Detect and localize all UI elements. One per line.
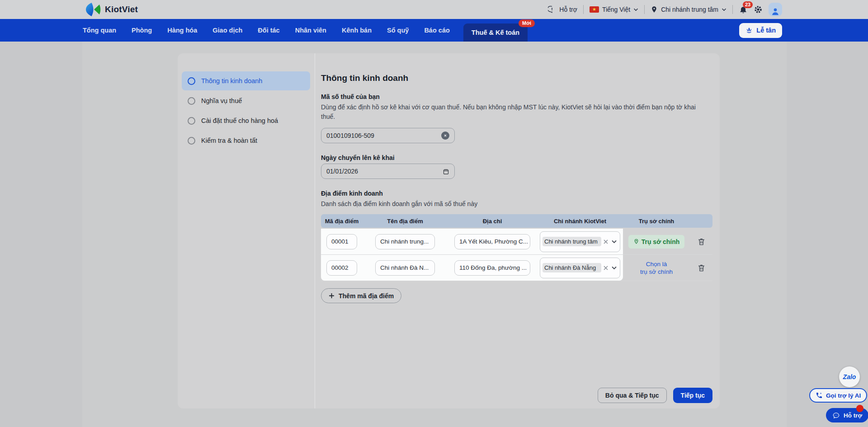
col-header-hq: Trụ sở chính [623,218,690,225]
step-circle-icon [188,97,195,105]
col-header-branch: Chi nhánh KiotViet [537,218,623,225]
locations-label: Địa điểm kinh doanh [321,190,712,197]
clear-branch-icon[interactable] [603,265,609,271]
location-address-input[interactable]: 1A Yết Kiêu, Phường C... [454,234,530,249]
chevron-down-icon[interactable] [610,266,617,270]
location-name-input[interactable]: Chi nhánh Đà N... [375,260,435,276]
nav-item-tong-quan[interactable]: Tổng quan [83,27,116,34]
nav-item-hang-hoa[interactable]: Hàng hóa [167,27,197,34]
language-label: Tiếng Việt [602,6,630,13]
page-title: Thông tin kinh doanh [321,73,712,83]
plus-icon [329,293,335,299]
lotus-icon [745,27,753,34]
selected-branch: Chi nhánh trung tâm [542,237,601,246]
tax-code-value: 0100109106-509 [326,132,374,139]
location-code-input[interactable]: 00001 [326,234,357,249]
ai-assistant-label: Gọi trợ lý AI [826,392,861,399]
content-area: Thông tin kinh doanh Nghĩa vụ thuế Cài đ… [82,42,787,427]
set-headquarters-link[interactable]: Chọn là trụ sở chính [640,260,673,276]
step-label: Kiểm tra & hoàn tất [201,137,257,144]
user-avatar[interactable] [769,3,782,16]
chevron-down-icon [722,8,726,11]
continue-button[interactable]: Tiếp tục [673,388,712,403]
nav-item-kenh-ban[interactable]: Kênh bán [342,27,372,34]
clear-tax-code-button[interactable] [441,131,449,140]
divider [583,5,584,14]
step-business-info[interactable]: Thông tin kinh doanh [182,71,310,90]
branch-select[interactable]: Chi nhánh trung tâm [540,231,620,252]
declare-date-label: Ngày chuyển lên kê khai [321,154,712,161]
step-tax-obligation[interactable]: Nghĩa vụ thuế [182,91,310,110]
gear-icon [754,5,763,14]
kiotviet-logo[interactable]: KiotViet [86,3,138,16]
branch-selector[interactable]: Chi nhánh trung tâm [651,6,726,13]
location-name-input[interactable]: Chi nhánh trung... [375,234,435,249]
location-code-input[interactable]: 00002 [326,260,357,276]
divider [732,5,733,14]
col-header-address: Địa chỉ [448,218,537,225]
delete-location-button[interactable] [696,263,707,273]
nav-tab-label: Thuế & Kế toán [472,29,519,36]
brand-name: KiotViet [105,5,138,14]
step-circle-icon [188,117,195,125]
settings-button[interactable] [754,5,763,14]
nav-items: Tổng quan Phòng Hàng hóa Giao dịch Đối t… [83,19,450,42]
hq-badge-label: Trụ sở chính [642,238,680,245]
notifications-button[interactable]: 23 [739,5,748,14]
zalo-logo: Zalo [843,373,856,380]
calendar-button[interactable] [443,168,449,175]
help-bubble-icon [548,5,556,14]
support-chat-label: Hỗ trợ [844,412,862,419]
branch-select[interactable]: Chi nhánh Đà Nẵng [540,258,620,278]
close-icon [444,134,447,137]
skip-continue-button[interactable]: Bỏ qua & Tiếp tục [598,388,667,403]
tax-code-label: Mã số thuế của bạn [321,93,712,100]
table-body: 00001 Chi nhánh trung... 1A Yết Kiêu, Ph… [321,229,712,281]
nav-item-bao-cao[interactable]: Báo cáo [424,27,449,34]
support-notification-dot [856,405,863,412]
chevron-down-icon[interactable] [610,240,617,244]
person-icon [770,6,780,16]
location-pin-icon [651,6,658,13]
clear-branch-icon[interactable] [603,239,609,245]
nav-item-giao-dich[interactable]: Giao dịch [212,27,242,34]
locations-table: Mã địa điểm Tên địa điểm Địa chỉ Chi nhá… [321,214,712,281]
phone-sparkle-icon [816,392,823,399]
nav-item-phong[interactable]: Phòng [132,27,152,34]
locations-description: Danh sách địa điểm kinh doanh gắn với mã… [321,199,703,209]
step-label: Nghĩa vụ thuế [201,97,242,104]
notification-count-badge: 23 [743,1,753,8]
location-address-input[interactable]: 110 Đống Đa, phường ... [454,260,530,276]
wizard-steps: Thông tin kinh doanh Nghĩa vụ thuế Cài đ… [178,53,315,408]
new-badge: Mới [519,19,535,27]
language-selector[interactable]: ★ Tiếng Việt [590,6,638,13]
nav-tab-thue-ke-toan[interactable]: Thuế & Kế toán Mới [463,23,528,42]
headquarters-badge: Trụ sở chính [628,235,685,249]
trash-icon [697,237,706,246]
zalo-widget[interactable]: Zalo [839,366,860,387]
branch-label: Chi nhánh trung tâm [661,6,718,13]
ai-assistant-button[interactable]: Gọi trợ lý AI [809,388,867,403]
help-menu[interactable]: Hỗ trợ [548,5,577,14]
reception-button[interactable]: Lễ tân [739,23,782,38]
chevron-down-icon [633,8,638,11]
tax-code-input[interactable]: 0100109106-509 [321,128,455,143]
step-circle-icon [188,77,195,85]
declare-date-input[interactable]: 01/01/2026 [321,164,455,179]
delete-location-button[interactable] [696,236,707,247]
trash-icon [697,263,706,272]
add-location-button[interactable]: Thêm mã địa điểm [321,288,401,303]
nav-item-doi-tac[interactable]: Đối tác [258,27,279,34]
nav-item-nhan-vien[interactable]: Nhân viên [295,27,326,34]
step-product-tax[interactable]: Cài đặt thuế cho hàng hoá [182,111,310,130]
tax-setup-card: Thông tin kinh doanh Nghĩa vụ thuế Cài đ… [178,53,720,408]
col-header-code: Mã địa điểm [321,218,363,225]
nav-item-so-quy[interactable]: Sổ quỹ [387,27,409,34]
step-label: Thông tin kinh doanh [201,77,262,84]
help-label: Hỗ trợ [559,6,577,13]
table-row: 00002 Chi nhánh Đà N... 110 Đống Đa, phư… [321,255,712,281]
declare-date-value: 01/01/2026 [326,168,358,175]
step-circle-icon [188,137,195,145]
step-review-finish[interactable]: Kiểm tra & hoàn tất [182,131,310,150]
vietnam-flag-icon: ★ [590,6,599,13]
